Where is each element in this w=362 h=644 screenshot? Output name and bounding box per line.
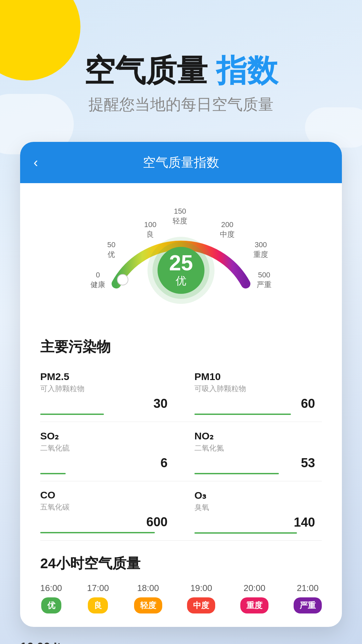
hourly-item-1600: 16:00 优 [40, 583, 62, 613]
pollutant-co-value: 600 [146, 515, 168, 529]
scale-100: 100良 [144, 220, 157, 239]
gauge-center-bg: 25 优 [147, 237, 215, 304]
pollutant-pm25-bar [40, 414, 104, 415]
hourly-time-1600: 16:00 [40, 583, 62, 593]
scale-200: 200中度 [220, 220, 235, 239]
gauge-mid-circle: 25 优 [153, 242, 209, 299]
hourly-item-1900: 19:00 中度 [187, 583, 215, 613]
gauge-value: 25 [169, 252, 193, 274]
scale-50: 50优 [107, 240, 115, 259]
pollutant-pm25-sub: 可入肺颗粒物 [40, 384, 168, 394]
scale-150: 150轻度 [173, 207, 187, 226]
hero-subtitle: 提醒您当地的每日空气质量 [0, 94, 362, 115]
hourly-badge-2000: 重度 [240, 597, 268, 613]
pollutant-pm10-name: PM10 [194, 371, 315, 382]
bottom-section: 16.00 It [0, 627, 362, 644]
hourly-item-1700: 17:00 良 [87, 583, 109, 613]
pollutants-title: 主要污染物 [20, 324, 342, 363]
pollutant-pm10-value: 60 [301, 396, 315, 411]
hourly-item-2100: 21:00 严重 [294, 583, 322, 613]
gauge-container: 0健康 50优 100良 150轻度 200中度 300重度 500严重 [87, 203, 275, 311]
hourly-time-1800: 18:00 [137, 583, 159, 593]
pollutant-co: CO 五氧化碳 600 [40, 481, 181, 541]
hourly-badge-1700: 良 [88, 597, 108, 613]
pollutant-so2-name: SO₂ [40, 430, 168, 442]
hourly-section: 24小时空气质量 16:00 优 17:00 良 18:00 轻度 19:00 … [20, 547, 342, 627]
hourly-time-2000: 20:00 [244, 583, 265, 593]
pollutant-so2-sub: 二氧化硫 [40, 443, 168, 453]
hourly-badge-1600: 优 [41, 597, 61, 613]
pollutant-co-name: CO [40, 489, 168, 501]
pollutant-pm25-name: PM2.5 [40, 371, 168, 382]
hourly-item-2000: 20:00 重度 [240, 583, 268, 613]
pollutants-grid: PM2.5 可入肺颗粒物 30 PM10 可吸入肺颗粒物 60 SO₂ 二氧化硫… [20, 363, 342, 547]
hourly-row: 16:00 优 17:00 良 18:00 轻度 19:00 中度 20:00 … [40, 583, 322, 613]
hourly-time-1900: 19:00 [190, 583, 212, 593]
scale-300: 300重度 [253, 240, 268, 259]
pollutant-no2: NO₂ 二氧化氮 53 [181, 422, 322, 481]
hourly-item-1800: 18:00 轻度 [134, 583, 162, 613]
gauge-inner-circle: 25 优 [158, 247, 204, 294]
hourly-badge-1900: 中度 [187, 597, 215, 613]
pollutant-so2: SO₂ 二氧化硫 6 [40, 422, 181, 481]
pollutant-no2-value: 53 [301, 456, 315, 470]
scale-500: 500严重 [257, 270, 272, 289]
card-title: 空气质量指数 [143, 154, 219, 171]
pollutant-so2-value: 6 [161, 456, 168, 470]
pollutant-o3: O₃ 臭氧 140 [181, 481, 322, 541]
pollutant-pm25-value: 30 [154, 396, 168, 411]
pollutant-no2-name: NO₂ [194, 430, 315, 442]
pollutant-co-bar [40, 532, 155, 533]
pollutant-pm10-bar [194, 414, 291, 415]
hourly-time-2100: 21:00 [297, 583, 318, 593]
hero-title-black: 空气质量 [84, 53, 207, 88]
hourly-time-1700: 17:00 [87, 583, 109, 593]
main-card: ‹ 空气质量指数 [20, 142, 342, 627]
gauge-grade: 优 [176, 274, 186, 288]
gauge-outer-circle: 25 优 [147, 237, 215, 304]
hero-title-blue: 指数 [216, 53, 278, 88]
pollutant-pm10: PM10 可吸入肺颗粒物 60 [181, 363, 322, 422]
pollutant-no2-sub: 二氧化氮 [194, 443, 315, 453]
hourly-title: 24小时空气质量 [40, 554, 322, 573]
hourly-badge-1800: 轻度 [134, 597, 162, 613]
hero-section: 空气质量 指数 提醒您当地的每日空气质量 [0, 0, 362, 115]
gauge-section: 0健康 50优 100良 150轻度 200中度 300重度 500严重 [20, 183, 342, 324]
pollutant-o3-bar [194, 532, 297, 534]
hero-title: 空气质量 指数 [0, 54, 362, 88]
pollutant-o3-sub: 臭氧 [194, 502, 315, 513]
pollutant-o3-name: O₃ [194, 489, 315, 501]
pollutant-no2-bar [194, 473, 279, 474]
pollutant-o3-value: 140 [294, 515, 315, 530]
pollutant-pm10-sub: 可吸入肺颗粒物 [194, 384, 315, 394]
back-button[interactable]: ‹ [34, 155, 38, 170]
hourly-badge-2100: 严重 [294, 597, 322, 613]
pollutant-so2-bar [40, 473, 66, 474]
pollutant-pm25: PM2.5 可入肺颗粒物 30 [40, 363, 181, 422]
bottom-time: 16.00 It [20, 640, 61, 644]
scale-0: 0健康 [90, 270, 105, 289]
pollutant-co-sub: 五氧化碳 [40, 502, 168, 512]
svg-point-0 [117, 274, 128, 285]
card-header: ‹ 空气质量指数 [20, 142, 342, 183]
